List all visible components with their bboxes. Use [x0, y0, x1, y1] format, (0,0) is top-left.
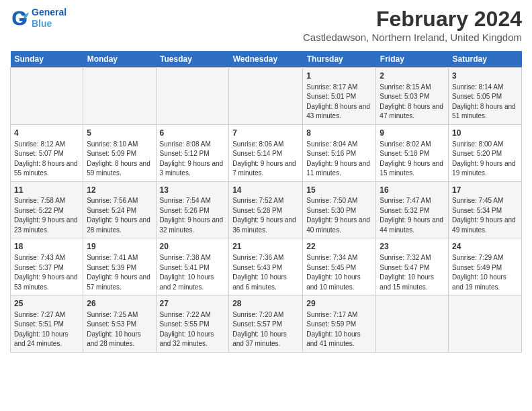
calendar-cell: 20Sunrise: 7:38 AM Sunset: 5:41 PM Dayli… [156, 238, 229, 295]
calendar-table: SundayMondayTuesdayWednesdayThursdayFrid… [10, 51, 522, 353]
calendar-cell [449, 295, 522, 353]
day-number: 21 [232, 241, 299, 253]
day-number: 22 [306, 241, 372, 253]
day-info: Sunrise: 8:02 AM Sunset: 5:18 PM Dayligh… [380, 140, 445, 179]
day-number: 25 [14, 298, 79, 310]
day-info: Sunrise: 7:17 AM Sunset: 5:59 PM Dayligh… [306, 310, 372, 349]
day-number: 4 [14, 128, 79, 139]
day-number: 29 [306, 298, 372, 310]
day-number: 10 [452, 128, 518, 139]
day-info: Sunrise: 7:47 AM Sunset: 5:32 PM Dayligh… [380, 196, 445, 235]
day-number: 5 [87, 128, 152, 139]
day-number: 9 [380, 128, 445, 139]
day-info: Sunrise: 7:43 AM Sunset: 5:37 PM Dayligh… [14, 253, 79, 292]
day-info: Sunrise: 8:15 AM Sunset: 5:03 PM Dayligh… [380, 83, 445, 122]
day-info: Sunrise: 7:25 AM Sunset: 5:53 PM Dayligh… [87, 310, 152, 349]
day-info: Sunrise: 7:27 AM Sunset: 5:51 PM Dayligh… [14, 310, 79, 349]
day-number: 18 [14, 241, 79, 253]
calendar-cell: 1Sunrise: 8:17 AM Sunset: 5:01 PM Daylig… [303, 68, 376, 125]
calendar-cell [156, 68, 229, 125]
location-subtitle: Castledawson, Northern Ireland, United K… [303, 32, 522, 43]
calendar-cell: 27Sunrise: 7:22 AM Sunset: 5:55 PM Dayli… [156, 295, 229, 353]
day-number: 3 [452, 71, 518, 82]
day-number: 13 [160, 185, 226, 196]
calendar-cell [11, 68, 83, 125]
day-number: 12 [87, 185, 152, 196]
day-info: Sunrise: 7:20 AM Sunset: 5:57 PM Dayligh… [232, 310, 299, 349]
day-of-week-header: Friday [376, 51, 449, 68]
day-number: 14 [232, 185, 299, 196]
day-number: 6 [160, 128, 226, 139]
day-info: Sunrise: 7:41 AM Sunset: 5:39 PM Dayligh… [87, 253, 152, 292]
calendar-cell: 28Sunrise: 7:20 AM Sunset: 5:57 PM Dayli… [229, 295, 303, 353]
calendar-cell: 11Sunrise: 7:58 AM Sunset: 5:22 PM Dayli… [11, 181, 83, 238]
day-number: 19 [87, 241, 152, 253]
day-number: 15 [306, 185, 372, 196]
day-number: 20 [160, 241, 226, 253]
day-info: Sunrise: 7:38 AM Sunset: 5:41 PM Dayligh… [160, 253, 226, 292]
calendar-cell: 14Sunrise: 7:52 AM Sunset: 5:28 PM Dayli… [229, 181, 303, 238]
day-number: 2 [380, 71, 445, 82]
day-info: Sunrise: 8:14 AM Sunset: 5:05 PM Dayligh… [452, 83, 518, 122]
calendar-cell: 23Sunrise: 7:32 AM Sunset: 5:47 PM Dayli… [376, 238, 449, 295]
calendar-cell: 13Sunrise: 7:54 AM Sunset: 5:26 PM Dayli… [156, 181, 229, 238]
calendar-cell: 5Sunrise: 8:10 AM Sunset: 5:09 PM Daylig… [83, 124, 156, 181]
day-of-week-header: Wednesday [229, 51, 303, 68]
day-info: Sunrise: 8:00 AM Sunset: 5:20 PM Dayligh… [452, 140, 518, 179]
day-info: Sunrise: 7:29 AM Sunset: 5:49 PM Dayligh… [452, 253, 518, 292]
day-number: 27 [160, 298, 226, 310]
calendar-cell [229, 68, 303, 125]
day-number: 23 [380, 241, 445, 253]
day-info: Sunrise: 7:52 AM Sunset: 5:28 PM Dayligh… [232, 196, 299, 235]
page-title: February 2024 [303, 7, 522, 32]
calendar-cell: 25Sunrise: 7:27 AM Sunset: 5:51 PM Dayli… [11, 295, 83, 353]
day-info: Sunrise: 8:06 AM Sunset: 5:14 PM Dayligh… [232, 140, 299, 179]
day-info: Sunrise: 8:12 AM Sunset: 5:07 PM Dayligh… [14, 140, 79, 179]
calendar-cell: 4Sunrise: 8:12 AM Sunset: 5:07 PM Daylig… [11, 124, 83, 181]
day-of-week-header: Saturday [449, 51, 522, 68]
day-of-week-header: Thursday [303, 51, 376, 68]
logo-blue: Blue [32, 18, 66, 30]
calendar-cell: 18Sunrise: 7:43 AM Sunset: 5:37 PM Dayli… [11, 238, 83, 295]
calendar-cell: 8Sunrise: 8:04 AM Sunset: 5:16 PM Daylig… [303, 124, 376, 181]
day-number: 1 [306, 71, 372, 82]
day-of-week-header: Tuesday [156, 51, 229, 68]
day-number: 8 [306, 128, 372, 139]
day-number: 26 [87, 298, 152, 310]
calendar-cell: 17Sunrise: 7:45 AM Sunset: 5:34 PM Dayli… [449, 181, 522, 238]
day-of-week-header: Sunday [11, 51, 83, 68]
calendar-cell: 9Sunrise: 8:02 AM Sunset: 5:18 PM Daylig… [376, 124, 449, 181]
day-info: Sunrise: 7:22 AM Sunset: 5:55 PM Dayligh… [160, 310, 226, 349]
calendar-cell: 15Sunrise: 7:50 AM Sunset: 5:30 PM Dayli… [303, 181, 376, 238]
day-info: Sunrise: 7:58 AM Sunset: 5:22 PM Dayligh… [14, 196, 79, 235]
day-number: 11 [14, 185, 79, 196]
day-info: Sunrise: 8:10 AM Sunset: 5:09 PM Dayligh… [87, 140, 152, 179]
calendar-cell: 22Sunrise: 7:34 AM Sunset: 5:45 PM Dayli… [303, 238, 376, 295]
logo: General Blue [10, 7, 66, 30]
day-info: Sunrise: 8:17 AM Sunset: 5:01 PM Dayligh… [306, 83, 372, 122]
day-number: 28 [232, 298, 299, 310]
calendar-cell [83, 68, 156, 125]
day-number: 16 [380, 185, 445, 196]
day-info: Sunrise: 7:45 AM Sunset: 5:34 PM Dayligh… [452, 196, 518, 235]
calendar-cell: 19Sunrise: 7:41 AM Sunset: 5:39 PM Dayli… [83, 238, 156, 295]
day-info: Sunrise: 7:56 AM Sunset: 5:24 PM Dayligh… [87, 196, 152, 235]
day-info: Sunrise: 8:04 AM Sunset: 5:16 PM Dayligh… [306, 140, 372, 179]
day-number: 17 [452, 185, 518, 196]
calendar-cell: 26Sunrise: 7:25 AM Sunset: 5:53 PM Dayli… [83, 295, 156, 353]
day-number: 24 [452, 241, 518, 253]
calendar-cell: 10Sunrise: 8:00 AM Sunset: 5:20 PM Dayli… [449, 124, 522, 181]
calendar-cell: 6Sunrise: 8:08 AM Sunset: 5:12 PM Daylig… [156, 124, 229, 181]
calendar-cell: 29Sunrise: 7:17 AM Sunset: 5:59 PM Dayli… [303, 295, 376, 353]
day-info: Sunrise: 7:50 AM Sunset: 5:30 PM Dayligh… [306, 196, 372, 235]
calendar-cell: 21Sunrise: 7:36 AM Sunset: 5:43 PM Dayli… [229, 238, 303, 295]
day-info: Sunrise: 7:32 AM Sunset: 5:47 PM Dayligh… [380, 253, 445, 292]
calendar-cell [376, 295, 449, 353]
logo-general: General [32, 7, 66, 18]
calendar-cell: 12Sunrise: 7:56 AM Sunset: 5:24 PM Dayli… [83, 181, 156, 238]
day-of-week-header: Monday [83, 51, 156, 68]
calendar-cell: 3Sunrise: 8:14 AM Sunset: 5:05 PM Daylig… [449, 68, 522, 125]
day-info: Sunrise: 8:08 AM Sunset: 5:12 PM Dayligh… [160, 140, 226, 179]
calendar-cell: 7Sunrise: 8:06 AM Sunset: 5:14 PM Daylig… [229, 124, 303, 181]
calendar-cell: 2Sunrise: 8:15 AM Sunset: 5:03 PM Daylig… [376, 68, 449, 125]
